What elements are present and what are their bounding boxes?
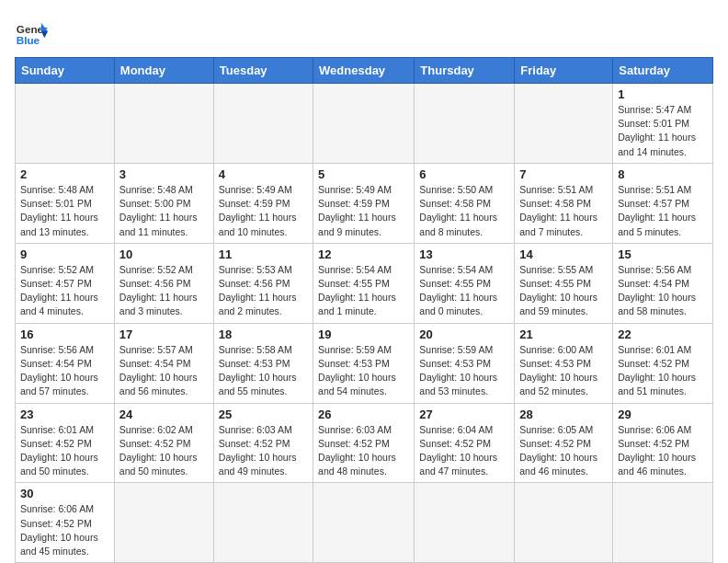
calendar-cell bbox=[415, 84, 515, 164]
day-info: Sunrise: 6:05 AM Sunset: 4:52 PM Dayligh… bbox=[519, 423, 608, 479]
day-number: 6 bbox=[419, 167, 509, 181]
calendar-cell: 11Sunrise: 5:53 AM Sunset: 4:56 PM Dayli… bbox=[213, 243, 313, 323]
calendar-cell: 18Sunrise: 5:58 AM Sunset: 4:53 PM Dayli… bbox=[213, 323, 313, 403]
day-number: 26 bbox=[318, 408, 409, 421]
calendar-cell bbox=[613, 483, 713, 563]
calendar-cell bbox=[515, 483, 613, 563]
calendar-cell bbox=[415, 483, 515, 563]
calendar-cell: 21Sunrise: 6:00 AM Sunset: 4:53 PM Dayli… bbox=[515, 323, 613, 403]
logo-icon: General Blue bbox=[15, 15, 48, 48]
calendar-cell: 30Sunrise: 6:06 AM Sunset: 4:52 PM Dayli… bbox=[16, 483, 115, 563]
calendar-cell: 22Sunrise: 6:01 AM Sunset: 4:52 PM Dayli… bbox=[613, 323, 713, 403]
day-info: Sunrise: 5:51 AM Sunset: 4:57 PM Dayligh… bbox=[618, 183, 708, 239]
calendar-cell: 2Sunrise: 5:48 AM Sunset: 5:01 PM Daylig… bbox=[16, 163, 115, 243]
day-number: 14 bbox=[519, 247, 608, 261]
day-info: Sunrise: 5:47 AM Sunset: 5:01 PM Dayligh… bbox=[618, 103, 708, 159]
day-info: Sunrise: 5:56 AM Sunset: 4:54 PM Dayligh… bbox=[618, 263, 708, 319]
day-number: 1 bbox=[618, 87, 708, 101]
day-number: 20 bbox=[419, 327, 509, 341]
day-info: Sunrise: 6:00 AM Sunset: 4:53 PM Dayligh… bbox=[519, 343, 608, 399]
day-info: Sunrise: 5:54 AM Sunset: 4:55 PM Dayligh… bbox=[419, 263, 509, 319]
calendar-cell: 14Sunrise: 5:55 AM Sunset: 4:55 PM Dayli… bbox=[515, 243, 613, 323]
day-info: Sunrise: 6:06 AM Sunset: 4:52 PM Dayligh… bbox=[20, 502, 109, 558]
day-info: Sunrise: 6:01 AM Sunset: 4:52 PM Dayligh… bbox=[20, 423, 109, 479]
calendar-cell: 6Sunrise: 5:50 AM Sunset: 4:58 PM Daylig… bbox=[415, 163, 515, 243]
day-number: 9 bbox=[20, 247, 109, 261]
day-info: Sunrise: 6:01 AM Sunset: 4:52 PM Dayligh… bbox=[618, 343, 708, 399]
day-info: Sunrise: 5:48 AM Sunset: 5:01 PM Dayligh… bbox=[20, 183, 109, 239]
day-info: Sunrise: 6:04 AM Sunset: 4:52 PM Dayligh… bbox=[419, 423, 509, 479]
day-number: 23 bbox=[20, 408, 109, 421]
day-number: 19 bbox=[318, 327, 409, 341]
day-info: Sunrise: 5:59 AM Sunset: 4:53 PM Dayligh… bbox=[318, 343, 409, 399]
calendar-cell: 28Sunrise: 6:05 AM Sunset: 4:52 PM Dayli… bbox=[515, 403, 613, 483]
day-info: Sunrise: 5:49 AM Sunset: 4:59 PM Dayligh… bbox=[219, 183, 308, 239]
day-of-week-header: Saturday bbox=[613, 58, 713, 84]
day-number: 13 bbox=[419, 247, 509, 261]
day-number: 24 bbox=[119, 408, 209, 421]
day-number: 2 bbox=[20, 167, 109, 181]
day-number: 16 bbox=[20, 327, 109, 341]
day-of-week-header: Tuesday bbox=[213, 58, 313, 84]
day-number: 3 bbox=[119, 167, 209, 181]
calendar-cell: 27Sunrise: 6:04 AM Sunset: 4:52 PM Dayli… bbox=[415, 403, 515, 483]
calendar-table: SundayMondayTuesdayWednesdayThursdayFrid… bbox=[15, 57, 713, 563]
calendar-cell: 16Sunrise: 5:56 AM Sunset: 4:54 PM Dayli… bbox=[16, 323, 115, 403]
calendar-cell: 1Sunrise: 5:47 AM Sunset: 5:01 PM Daylig… bbox=[613, 84, 713, 164]
day-info: Sunrise: 5:53 AM Sunset: 4:56 PM Dayligh… bbox=[219, 263, 308, 319]
day-info: Sunrise: 5:58 AM Sunset: 4:53 PM Dayligh… bbox=[219, 343, 308, 399]
calendar-cell: 26Sunrise: 6:03 AM Sunset: 4:52 PM Dayli… bbox=[313, 403, 415, 483]
calendar-cell bbox=[313, 84, 415, 164]
day-number: 30 bbox=[20, 487, 109, 500]
day-of-week-header: Monday bbox=[114, 58, 213, 84]
day-info: Sunrise: 5:52 AM Sunset: 4:57 PM Dayligh… bbox=[20, 263, 109, 319]
svg-text:Blue: Blue bbox=[17, 34, 40, 46]
day-of-week-header: Sunday bbox=[16, 58, 115, 84]
day-info: Sunrise: 5:49 AM Sunset: 4:59 PM Dayligh… bbox=[318, 183, 409, 239]
calendar-cell: 8Sunrise: 5:51 AM Sunset: 4:57 PM Daylig… bbox=[613, 163, 713, 243]
calendar-cell: 20Sunrise: 5:59 AM Sunset: 4:53 PM Dayli… bbox=[415, 323, 515, 403]
day-info: Sunrise: 5:48 AM Sunset: 5:00 PM Dayligh… bbox=[119, 183, 209, 239]
calendar-cell: 3Sunrise: 5:48 AM Sunset: 5:00 PM Daylig… bbox=[114, 163, 213, 243]
day-info: Sunrise: 6:03 AM Sunset: 4:52 PM Dayligh… bbox=[219, 423, 308, 479]
day-number: 15 bbox=[618, 247, 708, 261]
calendar-cell bbox=[213, 483, 313, 563]
logo: General Blue bbox=[15, 15, 48, 48]
calendar-cell bbox=[313, 483, 415, 563]
day-number: 8 bbox=[618, 167, 708, 181]
calendar-cell bbox=[515, 84, 613, 164]
day-number: 28 bbox=[519, 408, 608, 421]
day-number: 17 bbox=[119, 327, 209, 341]
day-number: 27 bbox=[419, 408, 509, 421]
calendar-cell: 7Sunrise: 5:51 AM Sunset: 4:58 PM Daylig… bbox=[515, 163, 613, 243]
day-info: Sunrise: 5:51 AM Sunset: 4:58 PM Dayligh… bbox=[519, 183, 608, 239]
day-info: Sunrise: 5:52 AM Sunset: 4:56 PM Dayligh… bbox=[119, 263, 209, 319]
day-info: Sunrise: 5:56 AM Sunset: 4:54 PM Dayligh… bbox=[20, 343, 109, 399]
day-of-week-header: Friday bbox=[515, 58, 613, 84]
calendar-cell: 24Sunrise: 6:02 AM Sunset: 4:52 PM Dayli… bbox=[114, 403, 213, 483]
calendar-cell bbox=[213, 84, 313, 164]
calendar-cell: 29Sunrise: 6:06 AM Sunset: 4:52 PM Dayli… bbox=[613, 403, 713, 483]
day-info: Sunrise: 6:03 AM Sunset: 4:52 PM Dayligh… bbox=[318, 423, 409, 479]
day-number: 25 bbox=[219, 408, 308, 421]
day-info: Sunrise: 6:06 AM Sunset: 4:52 PM Dayligh… bbox=[618, 423, 708, 479]
day-info: Sunrise: 5:59 AM Sunset: 4:53 PM Dayligh… bbox=[419, 343, 509, 399]
calendar-cell: 10Sunrise: 5:52 AM Sunset: 4:56 PM Dayli… bbox=[114, 243, 213, 323]
day-info: Sunrise: 5:50 AM Sunset: 4:58 PM Dayligh… bbox=[419, 183, 509, 239]
day-number: 12 bbox=[318, 247, 409, 261]
day-info: Sunrise: 5:54 AM Sunset: 4:55 PM Dayligh… bbox=[318, 263, 409, 319]
day-of-week-header: Thursday bbox=[415, 58, 515, 84]
calendar-cell bbox=[16, 84, 115, 164]
day-number: 5 bbox=[318, 167, 409, 181]
calendar-cell bbox=[114, 84, 213, 164]
day-number: 7 bbox=[519, 167, 608, 181]
calendar-cell: 17Sunrise: 5:57 AM Sunset: 4:54 PM Dayli… bbox=[114, 323, 213, 403]
calendar-cell: 9Sunrise: 5:52 AM Sunset: 4:57 PM Daylig… bbox=[16, 243, 115, 323]
day-info: Sunrise: 6:02 AM Sunset: 4:52 PM Dayligh… bbox=[119, 423, 209, 479]
day-info: Sunrise: 5:57 AM Sunset: 4:54 PM Dayligh… bbox=[119, 343, 209, 399]
day-number: 10 bbox=[119, 247, 209, 261]
calendar-cell: 25Sunrise: 6:03 AM Sunset: 4:52 PM Dayli… bbox=[213, 403, 313, 483]
calendar-cell: 15Sunrise: 5:56 AM Sunset: 4:54 PM Dayli… bbox=[613, 243, 713, 323]
page-header: General Blue bbox=[15, 15, 713, 48]
calendar-cell: 23Sunrise: 6:01 AM Sunset: 4:52 PM Dayli… bbox=[16, 403, 115, 483]
